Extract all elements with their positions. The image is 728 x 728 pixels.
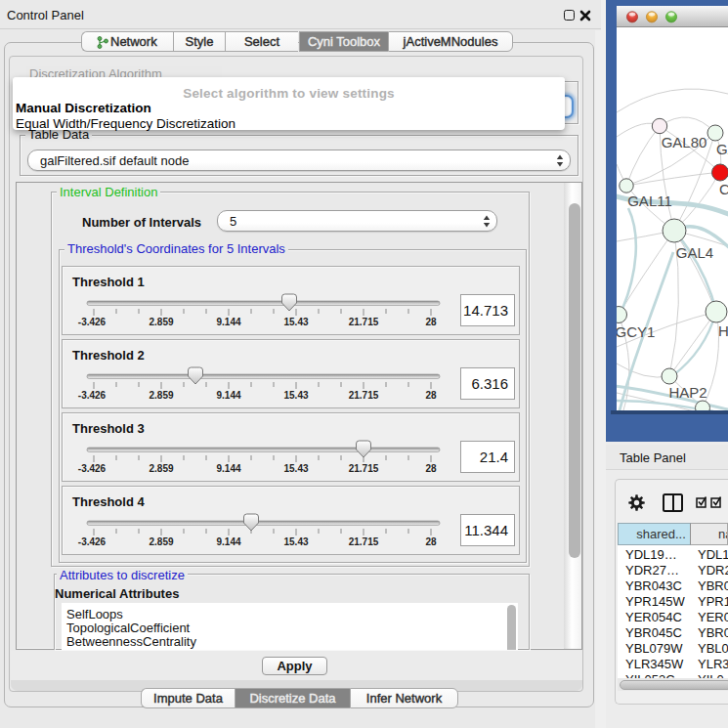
svg-text:GAL11: GAL11 [627,193,672,209]
svg-text:HAP2: HAP2 [668,384,707,401]
svg-text:GA: GA [716,141,728,157]
svg-text:HI: HI [718,322,728,339]
svg-text:GAL4: GAL4 [676,244,713,261]
svg-text:GCY1: GCY1 [617,323,655,340]
svg-text:GAL80: GAL80 [662,134,707,150]
svg-text:CY: CY [719,181,728,197]
